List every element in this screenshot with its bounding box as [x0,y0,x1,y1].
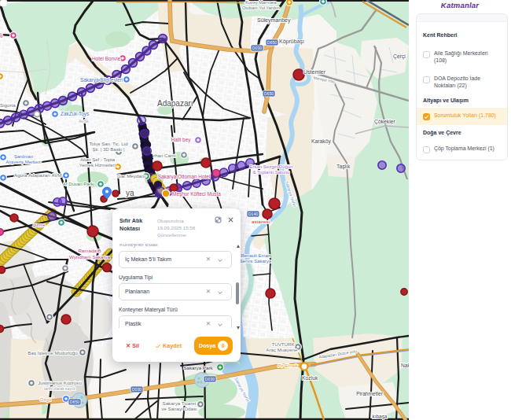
svg-text:Baş İşletme Müdürlüğü: Baş İşletme Müdürlüğü [28,350,78,356]
svg-text:Gar Meydanı: Gar Meydanı [117,173,145,179]
svg-text:Pir Elmek: Pir Elmek [278,363,299,368]
svg-text:kıbaşa: kıbaşa [373,414,388,420]
svg-text:rhan Cami: rhan Cami [153,153,176,158]
svg-text:Agora Adapazarı AVM: Agora Adapazarı AVM [14,172,61,178]
svg-text:TÜVTÜRK: TÜVTÜRK [271,341,295,347]
svg-text:ve Sanayi Odası: ve Sanayi Odası [161,406,197,411]
svg-text:& Toplantı Salonu: & Toplantı Salonu [253,170,290,175]
svg-text:Ak Sk.: Ak Sk. [79,120,90,123]
svg-text:D140: D140 [248,212,259,216]
svg-text:tarihi olarak kayıtlı: tarihi olarak kayıtlı [44,386,75,391]
svg-text:Halit bey: Halit bey [171,137,192,143]
svg-text:D030: D030 [205,377,215,381]
svg-text:D030: D030 [132,387,142,392]
svg-text:Yemek Hizmetleri: Yemek Hizmetleri [79,163,116,168]
svg-text:Wyndham Sakarya: Wyndham Sakarya [69,254,111,260]
svg-text:Tolus San. Tic. Ltd: Tolus San. Tic. Ltd [89,142,127,146]
svg-text:Alışveriş Merkezi: Alışveriş Merkezi [6,160,41,164]
svg-text:D650: D650 [264,91,274,96]
svg-text:Ar Duvan Parkı: Ar Duvan Parkı [63,182,95,186]
svg-text:Karaköy: Karaköy [311,138,332,145]
svg-text:Şti. | 3D Baskı |: Şti. | 3D Baskı | [92,147,125,152]
svg-text:Kuzey Marmara: Kuzey Marmara [245,0,277,5]
svg-text:Hotel Bonvie: Hotel Bonvie [92,56,121,61]
svg-text:Ramada B: Ramada B [78,248,101,253]
svg-text:Özgü: Özgü [40,397,51,402]
svg-text:Sigorta: Sigorta [0,102,16,108]
svg-text:Sakarya Bilgi evleri: Sakarya Bilgi evleri [80,77,123,83]
svg-text:Taşlık: Taşlık [336,164,351,170]
svg-text:g: g [0,33,2,38]
svg-text:Renault Emaz: Renault Emaz [241,253,270,258]
svg-text:Altan Şef - Topta: Altan Şef - Topta [80,157,116,162]
svg-text:Justinianus Köprüsü: Justinianus Köprüsü [38,380,82,385]
svg-text:Araç Muayene..: Araç Muayene.. [266,347,300,352]
svg-text:Otobanı Yol Yardım: Otobanı Yol Yardım [242,6,280,10]
svg-text:gurme: gurme [33,223,46,227]
svg-text:ZakZuk Toys: ZakZuk Toys [61,111,89,117]
svg-text:Sakarya Ticaret: Sakarya Ticaret [163,400,197,406]
svg-text:D030: D030 [252,46,263,50]
svg-text:D650: D650 [70,400,80,404]
svg-text:Üstemler: Üstemler [303,69,326,75]
svg-text:Kozluk: Kozluk [302,375,318,381]
svg-text:Erkan Sezgin Düğün: Erkan Sezgin Düğün [249,164,292,169]
svg-text:Köprübaşı: Köprübaşı [279,39,304,45]
svg-text:ya: ya [126,189,134,197]
svg-text:Adapazarı: Adapazarı [157,99,193,108]
svg-text:D650: D650 [267,40,278,45]
svg-text:astanesi: astanesi [252,219,270,224]
svg-text:Pirahmetler: Pirahmetler [356,391,384,396]
svg-text:Çerçi: Çerçi [393,53,406,60]
svg-text:Servis Sakarya: Servis Sakarya [240,259,272,263]
svg-text:Süleymanbey: Süleymanbey [257,17,291,24]
svg-text:Çökekler: Çökekler [374,119,396,125]
svg-text:Şardıvan: Şardıvan [14,154,33,159]
svg-text:Sakarya Ottoman Hotel: Sakarya Ottoman Hotel [158,174,210,180]
svg-text:Sakarya Park: Sakarya Park [183,365,213,370]
svg-text:Meşhur Köfteci Musta: Meşhur Köfteci Musta [172,191,221,197]
svg-text:Nakı: Nakı [401,363,409,368]
